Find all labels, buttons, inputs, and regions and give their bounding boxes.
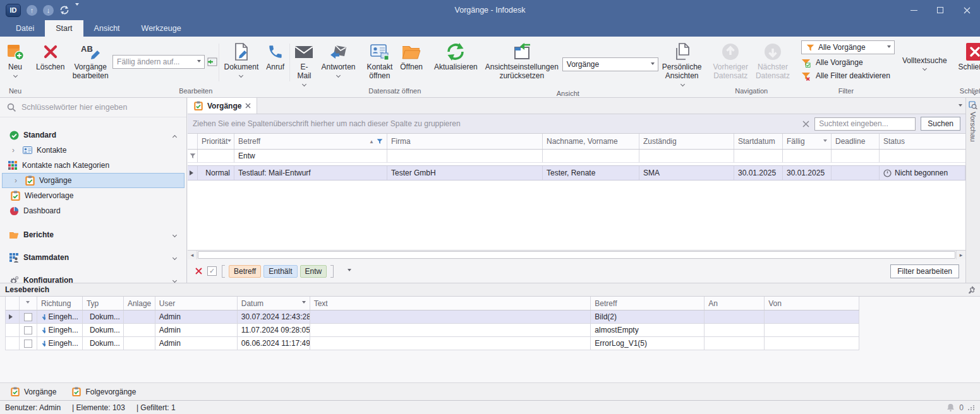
resize-grip[interactable] — [968, 405, 975, 410]
lese-row[interactable]: Eingeh... Dokum... Admin 30.07.2024 12:4… — [6, 310, 859, 324]
grid-header-prioritaet[interactable]: Priorität — [198, 134, 234, 149]
persoenliche-ansichten-button[interactable]: Persönliche Ansichten — [658, 38, 706, 89]
kontakt-oeffnen-button[interactable]: Kontakt öffnen — [363, 38, 397, 86]
scrollbar-thumb[interactable] — [198, 251, 955, 259]
column-filter-dropdown-icon[interactable] — [26, 301, 30, 305]
cell-faellig[interactable]: 30.01.2025 — [783, 166, 832, 180]
filter-enabled-checkbox[interactable]: ✓ — [207, 266, 217, 276]
lese-header-an[interactable]: An — [705, 297, 765, 310]
grid-search-input[interactable] — [814, 117, 916, 131]
lese-header-typ[interactable]: Typ — [83, 297, 124, 310]
expand-arrow-icon[interactable]: › — [11, 176, 20, 185]
clear-search-icon[interactable] — [802, 121, 809, 127]
sidebar-item-kontakte[interactable]: › Kontakte — [0, 143, 186, 158]
filter-chip-field[interactable]: Betreff — [229, 265, 261, 278]
grid-header-deadline[interactable]: Deadline — [832, 134, 880, 149]
lese-header-von[interactable]: Von — [765, 297, 859, 310]
lese-row[interactable]: Eingeh... Dokum... Admin 06.06.2024 11:1… — [6, 337, 859, 350]
row-checkbox[interactable] — [24, 340, 32, 348]
sidebar-item-kontakte-nach-kategorien[interactable]: Kontakte nach Kategorien — [0, 158, 186, 173]
minimize-button[interactable] — [900, 0, 927, 20]
sidebar-item-dashboard[interactable]: Dashboard — [0, 203, 186, 218]
cell-startdatum[interactable]: 30.01.2025 — [734, 166, 783, 180]
apply-due-date-icon[interactable] — [207, 57, 217, 67]
suchen-button[interactable]: Suchen — [921, 117, 960, 131]
column-filter-dropdown-icon[interactable] — [823, 139, 827, 144]
oeffnen-button[interactable]: Öffnen — [396, 38, 426, 86]
combo-dropdown-icon[interactable] — [884, 41, 894, 54]
expand-arrow-icon[interactable]: › — [9, 146, 18, 155]
filter-deaktivieren-item[interactable]: Alle Filter deaktivieren — [801, 71, 895, 81]
sidebar-section-stammdaten[interactable]: Stammdaten — [0, 250, 186, 265]
column-filter-dropdown-icon[interactable] — [227, 139, 231, 144]
remove-filter-icon[interactable] — [195, 268, 202, 275]
tab-close-icon[interactable] — [245, 103, 251, 109]
filter-bearbeiten-button[interactable]: Filter bearbeiten — [890, 264, 959, 278]
grid-row-selected[interactable]: Normal Testlauf: Mail-Entwurf Tester Gmb… — [188, 165, 965, 180]
vorgaenge-bearbeiten-button[interactable]: AB Vorgänge bearbeiten — [68, 38, 112, 86]
volltextsuche-button[interactable]: Volltextsuche — [898, 38, 951, 86]
lese-row[interactable]: Eingeh... Dokum... Admin 11.07.2024 09:2… — [6, 324, 859, 337]
row-checkbox[interactable] — [24, 313, 32, 321]
lese-header-richtung[interactable]: Richtung — [37, 297, 83, 310]
active-filter-icon[interactable] — [377, 138, 383, 145]
pin-icon[interactable] — [968, 286, 975, 293]
quick-access-dropdown-icon[interactable] — [75, 6, 79, 15]
lese-header-check[interactable] — [20, 297, 37, 310]
refresh-icon[interactable] — [59, 5, 70, 15]
nav-up-icon[interactable]: ↑ — [27, 5, 37, 16]
email-button[interactable]: E-Mail — [291, 38, 317, 86]
lese-header-user[interactable]: User — [155, 297, 238, 310]
sidebar-search[interactable] — [0, 98, 186, 117]
lese-header-datum[interactable]: Datum — [238, 297, 310, 310]
vorheriger-datensatz-button[interactable]: Vorheriger Datensatz — [710, 38, 752, 86]
tab-start[interactable]: Start — [45, 20, 83, 37]
cell-prioritaet[interactable]: Normal — [198, 166, 234, 180]
antworten-button[interactable]: Antworten — [317, 38, 359, 86]
grid-header-betreff[interactable]: Betreff ▲ — [234, 134, 387, 149]
grid-header-zustaendig[interactable]: Zuständig — [639, 134, 734, 149]
filter-chip-operator[interactable]: Enthält — [263, 265, 297, 278]
row-checkbox[interactable] — [24, 326, 32, 334]
cell-zustaendig[interactable]: SMA — [639, 166, 734, 180]
tab-datei[interactable]: Datei — [5, 20, 45, 37]
sidebar-item-vorgaenge[interactable]: › Vorgänge — [2, 173, 185, 188]
sidebar-search-input[interactable] — [21, 103, 180, 112]
nav-down-icon[interactable]: ↓ — [43, 5, 54, 16]
document-tab-vorgaenge[interactable]: Vorgänge — [188, 98, 257, 114]
cell-betreff[interactable]: Testlauf: Mail-Entwurf — [234, 166, 387, 180]
aktualisieren-button[interactable]: Aktualisieren — [430, 38, 481, 89]
horizontal-scrollbar[interactable]: ◂ ▸ — [188, 250, 965, 259]
filter-cell-betreff[interactable]: Entw — [234, 150, 387, 162]
bell-icon[interactable] — [947, 403, 955, 411]
bottom-tab-folgevorgaenge[interactable]: Folgevorgänge — [65, 383, 142, 400]
filter-expression[interactable]: Betreff Enthält Entw — [222, 265, 334, 278]
filter-combo[interactable]: Alle Vorgänge — [801, 40, 895, 54]
sidebar-section-standard[interactable]: Standard — [0, 127, 186, 143]
dokument-button[interactable]: Dokument — [221, 38, 263, 86]
bottom-tab-vorgaenge[interactable]: Vorgänge — [4, 383, 63, 400]
lese-header-anlage[interactable]: Anlage — [124, 297, 155, 310]
anruf-button[interactable]: Anruf — [262, 38, 288, 86]
grid-header-firma[interactable]: Firma — [387, 134, 543, 149]
grid-header-nachname[interactable]: Nachname, Vorname — [543, 134, 639, 149]
groupby-bar[interactable]: Ziehen Sie eine Spaltenüberschrift hierh… — [188, 114, 965, 134]
vorschau-strip[interactable]: Vorschau — [965, 98, 980, 283]
cell-status[interactable]: Nicht begonnen — [880, 166, 965, 180]
naechster-datensatz-button[interactable]: Nächster Datensatz — [752, 38, 794, 86]
tab-ansicht[interactable]: Ansicht — [83, 20, 131, 37]
ansichtseinstellungen-zuruecksetzen-button[interactable]: Ansichtseinstellungen zurücksetzen — [481, 38, 562, 89]
grid-header-startdatum[interactable]: Startdatum — [734, 134, 783, 149]
ansicht-combo[interactable]: Vorgänge — [562, 57, 658, 71]
scroll-right-icon[interactable]: ▸ — [956, 251, 965, 259]
tab-werkzeuge[interactable]: Werkzeuge — [131, 20, 192, 37]
grid-header-status[interactable]: Status — [880, 134, 965, 149]
tab-list-dropdown-icon[interactable] — [959, 104, 962, 109]
combo-dropdown-icon[interactable] — [194, 56, 204, 68]
scroll-left-icon[interactable]: ◂ — [188, 251, 197, 259]
neu-button[interactable]: Neu — [2, 38, 28, 86]
grid-header-faellig[interactable]: Fällig — [783, 134, 832, 149]
cell-nachname[interactable]: Tester, Renate — [543, 166, 639, 180]
cell-deadline[interactable] — [832, 166, 880, 180]
filter-dropdown-icon[interactable] — [348, 269, 351, 273]
